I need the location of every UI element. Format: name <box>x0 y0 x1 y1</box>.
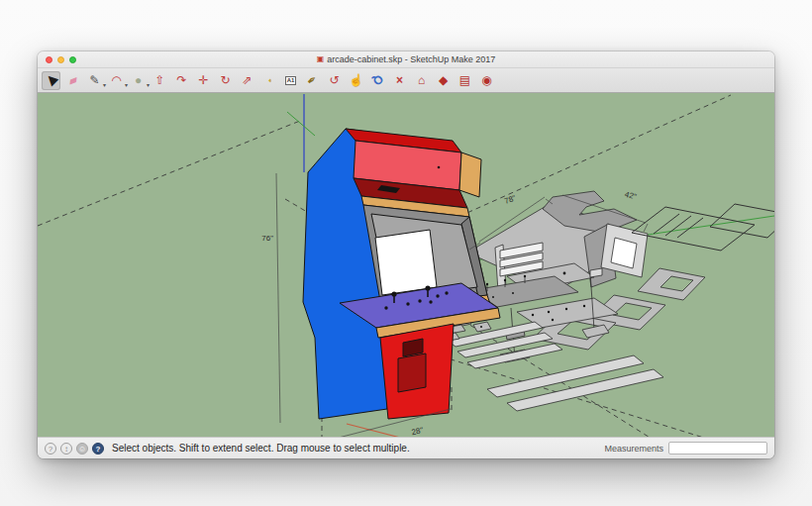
3d-warehouse-tool-button[interactable]: ⌂ <box>412 71 431 90</box>
orbit-tool-button[interactable]: ↺ <box>325 71 344 90</box>
paint-bucket-icon: ✒ <box>305 72 320 88</box>
arcade-cabinet-model[interactable] <box>303 129 500 419</box>
dim-panel-short: 42" <box>624 190 638 202</box>
text-tool-button[interactable]: A1 <box>281 71 300 90</box>
coin-door-recess <box>398 354 426 392</box>
marquee-screw <box>438 166 441 169</box>
line-dropdown-caret[interactable]: ▾ <box>103 82 106 88</box>
window-title-text: arcade-cabinet.skp - SketchUp Make 2017 <box>327 51 495 67</box>
scale-tool-button[interactable]: ⇗ <box>238 71 256 90</box>
extension-warehouse-icon: ◆ <box>439 74 448 86</box>
geolocation-icon[interactable]: ↕ <box>60 443 72 455</box>
help-center-icon[interactable]: ? <box>92 443 104 455</box>
button <box>418 299 421 302</box>
dim-height: 76" <box>261 234 273 243</box>
joystick-left <box>391 291 396 296</box>
wireframe-panel-outline[interactable] <box>632 204 774 251</box>
tape-measure-icon: ◔ <box>262 73 275 87</box>
model-canvas[interactable]: 76" 78" 42" 28" <box>38 93 774 437</box>
shapes-dropdown-caret[interactable]: ▾ <box>147 82 150 88</box>
joystick-right <box>425 285 430 290</box>
monitor-screen <box>375 230 437 295</box>
paint-bucket-tool-button[interactable]: ✒ <box>303 71 322 90</box>
pan-tool-button[interactable]: ☝ <box>347 71 365 90</box>
push-pull-icon: ⇧ <box>154 74 164 86</box>
shapes-icon: ● <box>135 74 142 86</box>
send-to-layout-tool-button[interactable]: ▤ <box>456 71 474 90</box>
arc-dropdown-caret[interactable]: ▾ <box>125 82 128 88</box>
move-icon: ✛ <box>198 74 208 86</box>
green-axis-left <box>287 112 315 136</box>
viewport-3d[interactable]: 76" 78" 42" 28" <box>38 93 774 437</box>
text-icon: A1 <box>285 76 297 85</box>
move-tool-button[interactable]: ✛ <box>194 71 213 90</box>
marquee-end-wood <box>459 152 481 197</box>
rotate-icon: ↻ <box>220 74 230 86</box>
push-pull-tool-button[interactable]: ⇧ <box>151 71 169 90</box>
help-icon[interactable]: ? <box>45 443 56 455</box>
select-tool-button[interactable]: ▶ <box>42 71 60 90</box>
status-bar: ? ↕ ☺ ? Select objects. Shift to extend … <box>38 437 774 458</box>
button <box>445 291 448 294</box>
button <box>436 294 439 297</box>
button <box>406 302 409 305</box>
measurements-label: Measurements <box>604 444 663 454</box>
zoom-icon: Q <box>370 72 385 87</box>
desktop-background: ▣ arcade-cabinet.skp - SketchUp Make 201… <box>0 0 812 506</box>
zoom-tool-button[interactable]: Q <box>368 71 387 90</box>
select-icon: ▶ <box>44 72 58 87</box>
arc-tool-button[interactable]: ◠▾ <box>107 71 126 90</box>
follow-me-icon: ↷ <box>176 74 186 86</box>
button <box>429 300 432 303</box>
zoom-button[interactable] <box>69 56 76 63</box>
close-button[interactable] <box>46 56 52 63</box>
status-message: Select objects. Shift to extend select. … <box>112 443 410 454</box>
window-title: ▣ arcade-cabinet.skp - SketchUp Make 201… <box>317 51 496 67</box>
minimize-button[interactable] <box>57 56 64 63</box>
button <box>384 306 387 309</box>
follow-me-tool-button[interactable]: ↷ <box>172 71 191 90</box>
measurements-input[interactable] <box>668 442 767 455</box>
shapes-tool-button[interactable]: ●▾ <box>129 71 148 90</box>
extension-warehouse-tool-button[interactable]: ◆ <box>434 71 453 90</box>
orbit-icon: ↺ <box>329 74 339 86</box>
3d-warehouse-icon: ⌂ <box>418 74 425 86</box>
send-to-layout-icon: ▤ <box>459 74 470 86</box>
scale-icon: ⇗ <box>242 74 252 86</box>
rotate-tool-button[interactable]: ↻ <box>216 71 235 90</box>
red-axis <box>347 424 416 437</box>
tape-measure-tool-button[interactable]: ◔ <box>259 71 278 90</box>
line-icon: ✎ <box>89 74 99 86</box>
zoom-extents-tool-button[interactable]: × <box>390 71 409 90</box>
eraser-tool-button[interactable]: ▰ <box>63 71 82 90</box>
line-tool-button[interactable]: ✎▾ <box>85 71 104 90</box>
pan-icon: ☝ <box>349 74 363 86</box>
sketchup-doc-icon: ▣ <box>317 55 325 63</box>
styles-tool-button[interactable]: ◉ <box>477 71 496 90</box>
credit-person-icon[interactable]: ☺ <box>76 443 88 455</box>
arc-icon: ◠ <box>111 74 121 86</box>
sketchup-window: ▣ arcade-cabinet.skp - SketchUp Make 201… <box>38 51 774 458</box>
exploded-parts[interactable] <box>440 191 774 411</box>
dim-depth: 28" <box>411 426 425 437</box>
titlebar[interactable]: ▣ arcade-cabinet.skp - SketchUp Make 201… <box>38 51 774 68</box>
traffic-lights <box>46 51 76 67</box>
zoom-extents-icon: × <box>396 74 403 86</box>
dim-panel-long: 78" <box>503 193 517 206</box>
styles-icon: ◉ <box>481 74 491 86</box>
eraser-icon: ▰ <box>66 73 79 87</box>
toolbar: ▶▰✎▾◠▾●▾⇧↷✛↻⇗◔A1✒↺☝Q×⌂◆▤◉ <box>38 68 774 93</box>
